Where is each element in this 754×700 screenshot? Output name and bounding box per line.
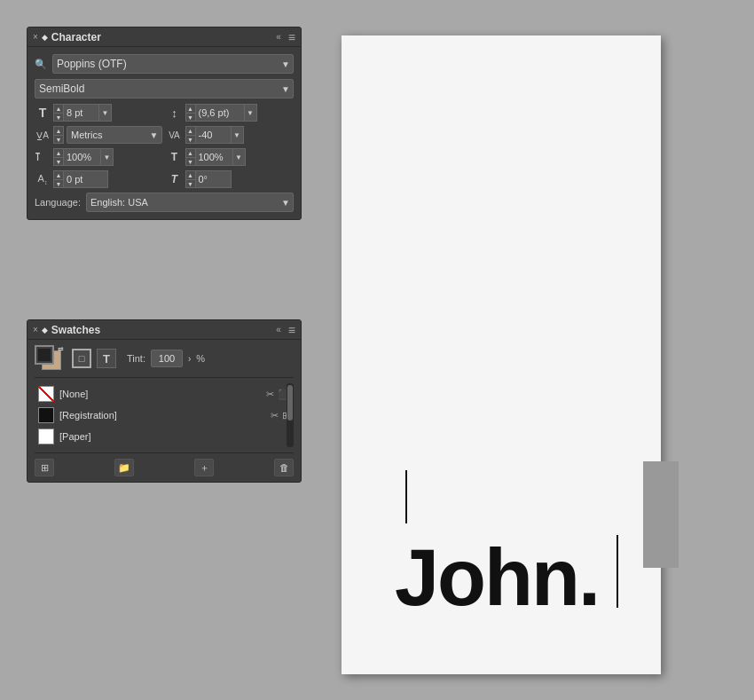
- delete-swatch-btn[interactable]: 🗑: [274, 459, 294, 476]
- vert-scale-composite: ▲ ▼ ▼: [53, 148, 114, 166]
- swatches-panel-body: ⇄ □ T Tint: › % [None] ✂ ⬛: [27, 340, 301, 482]
- font-size-icon: T: [35, 106, 51, 120]
- character-panel-header-left: × ◆ Character: [33, 31, 101, 43]
- character-panel: × ◆ Character « ≡ 🔍 Poppins (OTF) ▼ Semi…: [27, 27, 302, 220]
- swatch-scrollbar-thumb: [287, 385, 293, 421]
- vert-scale-up[interactable]: ▲: [53, 148, 64, 157]
- kerning-select-wrapper: Metrics ▼: [67, 126, 162, 144]
- swatches-footer: ⊞ 📁 ＋ 🗑: [35, 452, 294, 476]
- horiz-scale-input[interactable]: [196, 148, 233, 166]
- swatch-text-mode[interactable]: T: [97, 349, 116, 368]
- new-color-group-btn[interactable]: ⊞: [35, 459, 54, 476]
- swatch-front-color[interactable]: [35, 345, 54, 365]
- tracking-field: VA ▲ ▼ ▼: [167, 126, 295, 144]
- baseline-down[interactable]: ▼: [53, 179, 64, 188]
- swatch-color-registration: [38, 407, 54, 423]
- vert-scale-down[interactable]: ▼: [53, 157, 64, 166]
- font-size-input[interactable]: [64, 104, 99, 122]
- swatch-list-scrollbar[interactable]: [287, 383, 294, 447]
- swatch-item-registration[interactable]: [Registration] ✂ ⊞: [35, 405, 294, 426]
- swatch-front-inner: [38, 349, 51, 361]
- font-name-select-wrapper: Poppins (OTF) ▼: [52, 54, 294, 74]
- swatches-panel-menu[interactable]: ≡: [288, 323, 295, 337]
- font-name-select[interactable]: Poppins (OTF): [52, 54, 294, 74]
- vert-scale-dropdown[interactable]: ▼: [101, 148, 114, 166]
- vert-scale-input[interactable]: [64, 148, 101, 166]
- tint-input[interactable]: [151, 350, 183, 367]
- skew-composite: ▲ ▼: [185, 170, 232, 188]
- tracking-dropdown[interactable]: ▼: [232, 126, 244, 144]
- horiz-scale-spinners: ▲ ▼: [185, 148, 196, 166]
- swatch-preview-group: ⇄: [35, 345, 67, 372]
- skew-down[interactable]: ▼: [185, 179, 196, 188]
- canvas-area: John.: [324, 18, 696, 683]
- leading-dropdown[interactable]: ▼: [245, 104, 257, 122]
- vert-scale-spinners: ▲ ▼: [53, 148, 64, 166]
- swatches-panel: × ◆ Swatches « ≡ ⇄ □ T Tint: ›: [27, 319, 302, 483]
- font-size-dropdown[interactable]: ▼: [99, 104, 112, 122]
- font-name-row: 🔍 Poppins (OTF) ▼: [35, 54, 294, 74]
- kerning-spinners: ▲ ▼: [53, 126, 64, 144]
- kerning-up[interactable]: ▲: [53, 126, 64, 135]
- scissors-icon-none[interactable]: ✂: [266, 389, 274, 400]
- font-size-field: T ▲ ▼ ▼: [35, 104, 162, 122]
- character-panel-title: Character: [51, 31, 101, 43]
- font-size-composite: ▲ ▼ ▼: [53, 104, 112, 122]
- font-size-up[interactable]: ▲: [53, 104, 64, 113]
- new-swatch-btn[interactable]: 📁: [114, 459, 134, 476]
- swatches-panel-collapse[interactable]: «: [276, 325, 281, 334]
- tracking-down[interactable]: ▼: [185, 135, 196, 144]
- tint-label: Tint:: [127, 353, 145, 364]
- leading-field: ↕ ▲ ▼ ▼: [167, 104, 295, 122]
- tracking-up[interactable]: ▲: [185, 126, 196, 135]
- swatches-panel-close[interactable]: ×: [33, 325, 38, 334]
- font-size-down[interactable]: ▼: [53, 113, 64, 122]
- leading-input[interactable]: [196, 104, 245, 122]
- language-select[interactable]: English: USA: [86, 193, 294, 212]
- tint-arrow[interactable]: ›: [188, 354, 191, 364]
- kerning-down[interactable]: ▼: [53, 135, 64, 144]
- text-cursor-top: [405, 470, 407, 523]
- swatches-panel-controls: « ≡: [276, 323, 295, 337]
- swap-icon[interactable]: ⇄: [58, 345, 67, 354]
- leading-up[interactable]: ▲: [185, 104, 196, 113]
- character-panel-menu[interactable]: ≡: [288, 30, 295, 44]
- character-panel-controls: « ≡: [276, 30, 295, 44]
- leading-down[interactable]: ▼: [185, 113, 196, 122]
- swatch-list-wrapper: [None] ✂ ⬛ [Registration] ✂ ⊞: [35, 383, 294, 447]
- kerning-select[interactable]: Metrics: [67, 126, 162, 144]
- leading-icon: ↕: [167, 106, 183, 120]
- swatch-name-none: [None]: [59, 389, 261, 399]
- language-row: Language: English: USA ▼: [35, 193, 294, 212]
- swatch-item-none[interactable]: [None] ✂ ⬛: [35, 383, 294, 405]
- swatch-color-none: [38, 386, 54, 402]
- leading-composite: ▲ ▼ ▼: [185, 104, 257, 122]
- character-panel-header: × ◆ Character « ≡: [27, 28, 301, 47]
- horiz-scale-dropdown[interactable]: ▼: [233, 148, 246, 166]
- search-icon: 🔍: [35, 59, 47, 70]
- tracking-input[interactable]: [196, 126, 232, 144]
- swatch-item-paper[interactable]: [Paper]: [35, 426, 294, 447]
- swatches-panel-diamond: ◆: [42, 326, 48, 334]
- swatches-panel-title: Swatches: [51, 324, 100, 336]
- swatch-list: [None] ✂ ⬛ [Registration] ✂ ⊞: [35, 383, 294, 447]
- page-text-john: John.: [395, 532, 599, 624]
- horiz-scale-down[interactable]: ▼: [185, 157, 196, 166]
- skew-input[interactable]: [196, 170, 232, 188]
- baseline-input[interactable]: [64, 170, 108, 188]
- font-style-select[interactable]: SemiBold: [35, 79, 294, 98]
- baseline-up[interactable]: ▲: [53, 170, 64, 179]
- horiz-scale-field: T ▲ ▼ ▼: [167, 148, 295, 166]
- baseline-skew-row: A↕ ▲ ▼ T ▲ ▼: [35, 170, 294, 188]
- horiz-scale-up[interactable]: ▲: [185, 148, 196, 157]
- font-style-row: SemiBold ▼: [35, 79, 294, 98]
- swatch-fill-mode[interactable]: □: [72, 349, 91, 368]
- character-panel-body: 🔍 Poppins (OTF) ▼ SemiBold ▼ T: [27, 47, 301, 219]
- baseline-composite: ▲ ▼: [53, 170, 108, 188]
- add-swatch-btn[interactable]: ＋: [194, 459, 214, 476]
- character-panel-collapse[interactable]: «: [276, 32, 281, 42]
- swatch-name-registration: [Registration]: [59, 410, 265, 421]
- skew-up[interactable]: ▲: [185, 170, 196, 179]
- character-panel-close[interactable]: ×: [33, 32, 38, 42]
- scissors-icon-registration[interactable]: ✂: [271, 410, 279, 421]
